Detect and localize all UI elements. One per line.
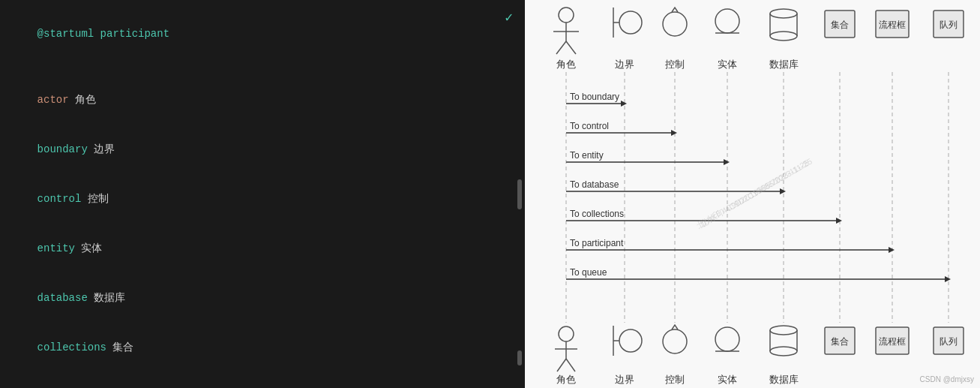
code-decl-control: control 控制 (12, 174, 513, 224)
svg-text:To collections: To collections (570, 209, 624, 219)
participant-bottom-participant: 流程框 (876, 327, 909, 354)
code-decl-boundary: boundary 边界 (12, 125, 513, 174)
svg-text:实体: 实体 (718, 59, 737, 70)
svg-text:数据库: 数据库 (769, 374, 799, 385)
svg-text:To participant: To participant (570, 238, 624, 248)
svg-text:流程框: 流程框 (879, 20, 906, 30)
sequence-diagram: 角色 边界 控制 (525, 0, 980, 388)
svg-text:To queue: To queue (570, 267, 607, 278)
participant-top-queue: 队列 (934, 11, 964, 38)
check-icon: ✓ (505, 9, 513, 26)
svg-text:边界: 边界 (615, 374, 634, 385)
svg-text:流程框: 流程框 (879, 336, 906, 347)
code-decl-database: database 数据库 (12, 273, 513, 323)
code-decl-actor: actor 角色 (12, 75, 513, 125)
participant-top-participant: 流程框 (876, 11, 909, 38)
diagram-panel: 北/水印 4C9D2C19685/2023-11-25 CSDN @dmjxsy… (525, 0, 980, 388)
code-decl-participant: participant 流程框 (12, 372, 513, 388)
svg-text:边界: 边界 (615, 59, 634, 70)
svg-text:To entity: To entity (570, 150, 604, 161)
code-header-line: @startuml participant (12, 9, 513, 59)
participant-bottom-collections: 集合 (825, 327, 855, 354)
svg-text:To database: To database (570, 179, 619, 190)
code-editor[interactable]: ✓ @startuml participant actor 角色 boundar… (0, 0, 525, 388)
code-decl-entity: entity 实体 (12, 224, 513, 273)
svg-text:实体: 实体 (718, 374, 737, 385)
scrollbar-bottom[interactable] (517, 350, 522, 365)
svg-text:角色: 角色 (556, 59, 576, 70)
svg-text:集合: 集合 (831, 20, 849, 30)
svg-text:To boundary: To boundary (570, 92, 619, 102)
svg-text:角色: 角色 (556, 374, 576, 385)
participant-top-collections: 集合 (825, 11, 855, 38)
svg-text:To control: To control (570, 121, 609, 131)
code-decl-collections: collections 集合 (12, 323, 513, 372)
csdn-label: CSDN @dmjxsy (920, 375, 974, 383)
scrollbar[interactable] (517, 179, 522, 209)
svg-text:数据库: 数据库 (769, 59, 799, 70)
svg-text:队列: 队列 (940, 336, 958, 347)
svg-text:控制: 控制 (665, 59, 685, 70)
svg-text:控制: 控制 (665, 374, 685, 385)
code-blank-1 (12, 59, 513, 75)
svg-text:队列: 队列 (940, 20, 958, 30)
svg-text:集合: 集合 (831, 336, 849, 347)
participant-bottom-queue: 队列 (934, 327, 964, 354)
diagram-container: 北/水印 4C9D2C19685/2023-11-25 CSDN @dmjxsy… (525, 0, 980, 388)
